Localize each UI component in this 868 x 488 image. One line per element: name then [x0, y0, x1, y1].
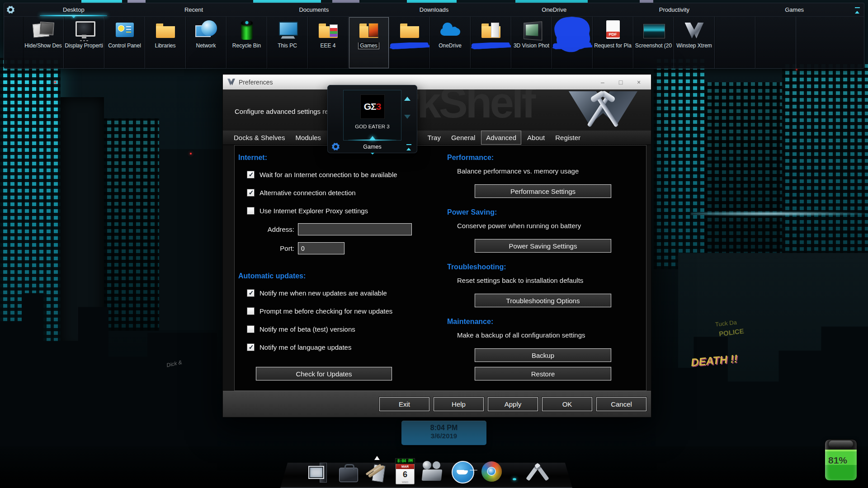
preferences-tab-bar: Docks & Shelves Modules Themes Sounds Ta…	[223, 131, 651, 145]
checkbox-row[interactable]: Wait for an Internet connection to be av…	[247, 170, 397, 179]
dialog-button[interactable]: OK	[542, 397, 592, 411]
performance-description: Balance performance vs. memory usage	[457, 167, 579, 175]
checkbox[interactable]	[247, 308, 254, 314]
dock: 8:04 PM MAR 6 WED	[307, 460, 549, 484]
checkbox[interactable]	[247, 189, 254, 196]
collapse-icon[interactable]	[406, 144, 412, 149]
clock-widget[interactable]: 8:04 PM 3/6/2019	[401, 421, 486, 445]
dialog-button[interactable]: Cancel	[596, 397, 646, 411]
wallpaper-building	[104, 118, 159, 331]
shelf-item[interactable]: Request for Pla	[593, 17, 633, 69]
window-logo-icon	[227, 79, 235, 85]
address-input[interactable]	[298, 223, 412, 235]
checkbox[interactable]	[247, 171, 254, 178]
power-saving-settings-button[interactable]: Power Saving Settings	[475, 239, 611, 253]
shelf-tab[interactable]: OneDrive	[494, 3, 614, 16]
checkbox[interactable]	[247, 344, 254, 351]
shelf-item[interactable]: EEE 4	[308, 17, 349, 69]
shelf-item[interactable]: Recycle Bin	[226, 17, 267, 69]
shelf-tab[interactable]: Recent	[134, 3, 254, 16]
titlebar[interactable]: Preferences – □ ×	[223, 75, 651, 89]
shelf-item[interactable]: Network	[186, 17, 226, 69]
shelf-item[interactable]: Control Panel	[104, 17, 145, 69]
maintenance-heading: Maintenance:	[447, 318, 493, 326]
shelf-tab[interactable]: Desktop	[14, 3, 134, 16]
checkbox-row[interactable]: Prompt me before checking for new update…	[247, 306, 392, 316]
preferences-tab[interactable]: General	[447, 131, 480, 145]
shelf-item-icon	[683, 20, 706, 41]
close-button[interactable]: ×	[635, 79, 643, 86]
checkbox[interactable]	[247, 290, 254, 296]
flyout-item-cell[interactable]: GΣ3 GOD EATER 3	[343, 90, 401, 141]
settings-panel: Internet: Wait for an Internet connectio…	[234, 145, 646, 391]
dock-item[interactable]	[526, 460, 549, 484]
preferences-tab[interactable]: Tray	[423, 131, 445, 145]
troubleshooting-options-button[interactable]: Troubleshooting Options	[475, 294, 611, 307]
shelf-item[interactable]	[471, 17, 511, 69]
dialog-button[interactable]: Help	[434, 397, 484, 411]
checkbox-row[interactable]: Notify me of language updates	[247, 343, 392, 352]
restore-button[interactable]: Restore	[475, 367, 611, 380]
shelf-item-label: Request for Pla	[594, 42, 632, 49]
shelf-item-label: Hide/Show Des	[24, 42, 62, 49]
minimize-button[interactable]: –	[599, 79, 607, 86]
backup-button[interactable]: Backup	[475, 348, 611, 362]
preferences-tab[interactable]: Advanced	[481, 131, 521, 145]
dock-item[interactable]	[307, 460, 330, 484]
shelf-tab-label: Downloads	[420, 6, 448, 13]
shelf-item-label: OneDrive	[439, 42, 462, 49]
port-input[interactable]	[298, 242, 344, 254]
dialog-button[interactable]: Exit	[379, 397, 429, 411]
shelf-item-label: 3D Vision Phot	[514, 42, 549, 49]
shelf-item-icon	[154, 20, 177, 41]
scroll-down-icon[interactable]	[404, 115, 410, 119]
checkbox[interactable]	[247, 207, 254, 214]
preferences-tab[interactable]: About	[523, 131, 549, 145]
shelf-tab[interactable]: Games	[734, 3, 854, 16]
performance-settings-button[interactable]: Performance Settings	[475, 184, 611, 198]
collapse-icon[interactable]	[854, 7, 860, 12]
shelf-item[interactable]: Libraries	[145, 17, 186, 69]
checkbox-row[interactable]: Alternative connection detection	[247, 188, 397, 197]
preferences-tab[interactable]: Docks & Shelves	[229, 131, 289, 145]
dock-item[interactable]	[337, 460, 359, 484]
shelf-item[interactable]	[755, 17, 796, 69]
dialog-button[interactable]: Apply	[488, 397, 538, 411]
shelf-item[interactable]	[389, 17, 430, 69]
workshelf-panel: Desktop Recent Documents Downloads OneDr…	[4, 3, 864, 69]
shelf-tab-label: Desktop	[63, 6, 85, 13]
checkbox-row[interactable]: Notify me when new updates are available	[247, 288, 392, 298]
shelf-item[interactable]: Winstep Xtrem	[674, 17, 715, 69]
shelf-item[interactable]: Hide/Show Des	[23, 17, 64, 69]
checkbox[interactable]	[247, 326, 254, 333]
check-for-updates-button[interactable]: Check for Updates	[256, 367, 392, 380]
shelf-item[interactable]: Games	[349, 17, 389, 69]
shelf-item[interactable]	[715, 17, 755, 69]
shelf-tab[interactable]: Productivity	[614, 3, 735, 16]
checkbox-row[interactable]: Notify me of beta (test) versions	[247, 324, 392, 334]
shelf-tab[interactable]: Documents	[254, 3, 374, 16]
antenna-light	[54, 81, 56, 83]
scroll-up-icon[interactable]	[404, 97, 410, 101]
maximize-button[interactable]: □	[617, 79, 625, 86]
shelf-item-label: EEE 4	[320, 42, 335, 49]
shelf-tab-bar: Desktop Recent Documents Downloads OneDr…	[4, 3, 864, 17]
shelf-item[interactable]: Display Properti	[64, 17, 104, 69]
dock-item[interactable]	[366, 460, 389, 484]
checkbox-row[interactable]: Use Internet Explorer Proxy settings	[247, 206, 397, 216]
dock-item[interactable]: 8:04 PM MAR 6 WED	[396, 464, 415, 484]
battery-widget[interactable]: 81%	[825, 439, 857, 481]
shelf-item[interactable]	[552, 17, 593, 69]
shelf-tab[interactable]: Downloads	[374, 3, 494, 16]
dock-item[interactable]	[509, 460, 519, 484]
dock-item[interactable]	[451, 460, 473, 484]
shelf-item-label: Libraries	[155, 42, 175, 49]
shelf-item[interactable]: 3D Vision Phot	[511, 17, 552, 69]
shelf-item[interactable]: OneDrive	[430, 17, 471, 69]
dock-item[interactable]	[421, 460, 444, 484]
preferences-tab[interactable]: Modules	[291, 131, 326, 145]
preferences-tab[interactable]: Register	[551, 131, 585, 145]
shelf-item[interactable]: Screenshot (20	[633, 17, 674, 69]
shelf-item[interactable]: This PC	[267, 17, 308, 69]
dock-item[interactable]	[480, 460, 503, 484]
